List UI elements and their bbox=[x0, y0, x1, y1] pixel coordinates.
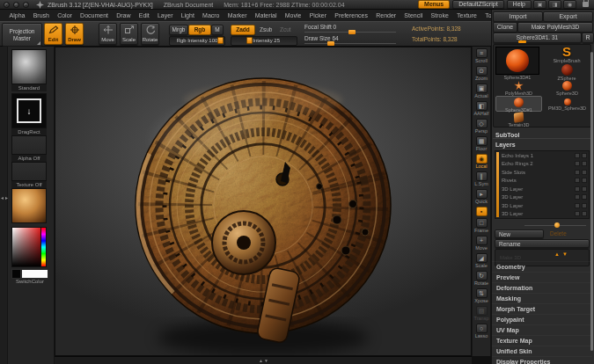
right-shelf-button[interactable]: ▣ Actual bbox=[473, 84, 490, 101]
layer-eye-toggle[interactable] bbox=[575, 153, 580, 158]
menu-item[interactable]: Alpha bbox=[5, 12, 29, 18]
tool-thumbnail[interactable]: PM3D_Sphere3D bbox=[544, 96, 590, 112]
menu-item[interactable]: Marker bbox=[224, 12, 251, 18]
layer-nav-arrows[interactable]: ▲▼ bbox=[545, 251, 580, 258]
right-shelf-button[interactable]: ∥ L.Sym bbox=[473, 171, 490, 189]
layer-eye-toggle[interactable] bbox=[575, 178, 580, 183]
document-canvas[interactable] bbox=[55, 47, 472, 356]
clone-button[interactable]: Clone bbox=[493, 22, 517, 33]
right-shelf-button[interactable]: ▦ Floor bbox=[473, 136, 490, 154]
export-button[interactable]: Export bbox=[543, 11, 593, 22]
tray-scrollbar[interactable] bbox=[590, 52, 593, 351]
menu-item[interactable]: Light bbox=[177, 12, 198, 18]
right-shelf-button[interactable]: ◉ Local bbox=[473, 154, 490, 171]
layer-row[interactable]: 3D Layer bbox=[495, 201, 589, 210]
layer-rename-button[interactable]: Rename bbox=[495, 239, 590, 248]
subpalette-header[interactable]: Deformation bbox=[492, 282, 592, 293]
subpalette-header[interactable]: Texture Map bbox=[492, 335, 592, 346]
m-button[interactable]: M bbox=[211, 25, 224, 35]
menu-item[interactable]: Movie bbox=[281, 12, 305, 18]
make-polymesh3d-button[interactable]: Make PolyMesh3D bbox=[517, 22, 593, 33]
menu-item[interactable]: Edit bbox=[135, 12, 153, 18]
right-shelf-button[interactable]: □ Frame bbox=[473, 218, 490, 236]
draw-button[interactable]: Draw bbox=[65, 23, 84, 45]
right-shelf-button[interactable]: ◇ Persp bbox=[473, 119, 490, 136]
layer-eye-toggle[interactable] bbox=[575, 203, 580, 208]
layer-lock-toggle[interactable] bbox=[582, 178, 587, 183]
right-shelf-button[interactable]: ○ Lasso bbox=[473, 324, 490, 341]
subpalette-header[interactable]: Polypaint bbox=[492, 314, 592, 324]
zsub-button[interactable]: Zsub bbox=[260, 26, 272, 33]
rgb-button[interactable]: Rgb bbox=[188, 25, 211, 35]
rgb-intensity-slider[interactable]: Rgb Intensity 100 bbox=[169, 36, 225, 46]
tool-name-slider[interactable]: Sphere3D#1. 31 bbox=[493, 33, 582, 43]
current-texture-thumbnail[interactable] bbox=[11, 162, 47, 181]
layer-eye-toggle[interactable] bbox=[575, 161, 580, 166]
default-zscript-button[interactable]: DefaultZScript bbox=[452, 0, 503, 9]
projection-master-button[interactable]: Projection Master bbox=[2, 23, 42, 47]
layer-lock-toggle[interactable] bbox=[582, 170, 587, 175]
layer-intensity-slider[interactable]: Intensity bbox=[495, 222, 590, 229]
rgb-intensity-handle[interactable] bbox=[217, 37, 224, 44]
right-shelf-button[interactable]: ▸ Quick bbox=[473, 189, 490, 207]
z-intensity-slider[interactable]: Z Intensity 25 bbox=[231, 36, 297, 46]
saturation-square[interactable] bbox=[12, 228, 40, 266]
layer-lock-toggle[interactable] bbox=[582, 161, 587, 166]
layer-eye-toggle[interactable] bbox=[575, 186, 580, 192]
layer-row[interactable]: Echo Inlays 1 bbox=[495, 151, 589, 160]
right-shelf-button[interactable]: ▨ Transp bbox=[473, 306, 490, 324]
menus-button[interactable]: Menus bbox=[418, 0, 450, 9]
simple-brush-slot[interactable]: S SimpleBrush ZSphere bbox=[543, 45, 590, 78]
layer-eye-toggle[interactable] bbox=[575, 194, 580, 200]
layer-new-button[interactable]: New bbox=[495, 229, 544, 238]
zsphere-thumb[interactable] bbox=[561, 64, 573, 76]
menu-item[interactable]: Stencil bbox=[400, 12, 427, 18]
right-shelf-button[interactable]: ≡ Scroll bbox=[473, 48, 490, 66]
move-button[interactable]: Move bbox=[99, 23, 117, 45]
right-shelf-button[interactable]: ◢ Scale bbox=[473, 253, 490, 271]
z-intensity-handle[interactable] bbox=[246, 37, 253, 44]
left-tray-divider-handle[interactable]: ◄► bbox=[0, 196, 7, 200]
layer-row[interactable]: Rivets bbox=[495, 177, 589, 186]
tool-thumbnail[interactable]: PolyMesh3D bbox=[495, 80, 542, 96]
layer-delete-button[interactable]: Delete bbox=[550, 230, 567, 237]
layers-section-header[interactable]: Layers bbox=[493, 141, 591, 149]
tool-thumbnail[interactable]: Terrain3D bbox=[495, 112, 542, 127]
titlebar-color-icon[interactable]: ◉ bbox=[563, 0, 576, 9]
make3d-button[interactable]: Make 3D bbox=[500, 255, 521, 260]
secondary-color-swatch[interactable] bbox=[11, 269, 21, 279]
menu-item[interactable]: Macro bbox=[198, 12, 224, 18]
zadd-button[interactable]: Zadd bbox=[231, 25, 255, 35]
bottom-tray-divider-handle[interactable]: ▲▼ bbox=[259, 358, 269, 363]
window-close-button[interactable]: × bbox=[4, 2, 10, 8]
layer-row[interactable]: Side Slots bbox=[495, 168, 589, 177]
menu-item[interactable]: Document bbox=[77, 12, 113, 18]
subpalette-header[interactable]: Display Properties bbox=[492, 356, 592, 364]
layer-lock-toggle[interactable] bbox=[582, 153, 587, 158]
right-shelf-button[interactable]: ⊙ Zoom bbox=[473, 66, 490, 84]
import-button[interactable]: Import bbox=[493, 11, 543, 22]
draw-size-slider[interactable]: Draw Size 64 bbox=[304, 35, 403, 45]
current-brush-thumbnail[interactable] bbox=[11, 49, 47, 84]
tool-thumbnail[interactable]: Sphere3D#1 bbox=[495, 96, 542, 112]
layer-lock-toggle[interactable] bbox=[582, 194, 587, 200]
mrgb-button[interactable]: Mrgb bbox=[169, 25, 188, 35]
right-shelf-button[interactable]: ↻ Rotate bbox=[473, 271, 490, 288]
subtool-section-header[interactable]: SubTool bbox=[493, 131, 591, 139]
layer-row[interactable]: Echo Rings 2 bbox=[495, 160, 589, 169]
menu-item[interactable]: Brush bbox=[29, 12, 53, 18]
layer-lock-toggle[interactable] bbox=[582, 203, 587, 208]
current-alpha-thumbnail[interactable] bbox=[11, 135, 47, 155]
right-shelf-button[interactable]: ⇅ Xpose bbox=[473, 288, 490, 306]
layer-row[interactable]: 3D Layer bbox=[495, 210, 589, 219]
current-tool-slot[interactable]: Sphere3D#1 bbox=[495, 47, 539, 78]
layer-eye-toggle[interactable] bbox=[575, 211, 580, 216]
menu-item[interactable]: Layer bbox=[153, 12, 177, 18]
subpalette-header[interactable]: Geometry bbox=[492, 261, 592, 272]
subpalette-header[interactable]: Morph Target bbox=[492, 303, 592, 314]
scale-button[interactable]: Scale bbox=[120, 23, 138, 45]
focal-shift-slider[interactable]: Focal Shift 0 bbox=[304, 24, 403, 33]
hue-strip[interactable] bbox=[41, 228, 46, 266]
menu-item[interactable]: Render bbox=[372, 12, 400, 18]
focal-shift-handle[interactable] bbox=[348, 30, 356, 34]
